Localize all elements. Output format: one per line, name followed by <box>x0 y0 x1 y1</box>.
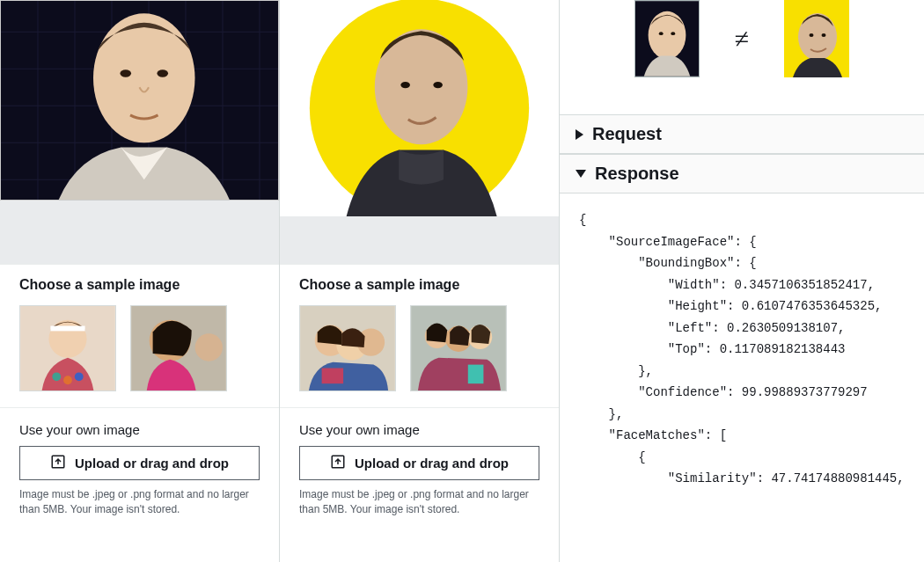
source-sample-heading: Choose a sample image <box>19 277 260 293</box>
source-gray-band <box>0 201 279 264</box>
source-image-preview <box>0 0 279 201</box>
compare-row: ≠ <box>560 0 924 93</box>
source-help-text: Image must be .jpeg or .png format and n… <box>19 487 260 517</box>
source-sample-thumbs <box>19 305 260 391</box>
compare-target-thumb <box>784 0 849 77</box>
target-image-preview <box>280 0 559 216</box>
target-own-section: Use your own image Upload or drag and dr… <box>280 407 559 528</box>
svg-point-37 <box>822 33 826 37</box>
target-help-text: Image must be .jpeg or .png format and n… <box>299 487 539 517</box>
target-sample-thumbs <box>299 305 539 391</box>
upload-icon <box>330 454 346 472</box>
request-panel-title: Request <box>592 124 662 144</box>
svg-point-12 <box>195 333 223 361</box>
caret-down-icon <box>576 170 586 178</box>
caret-right-icon <box>576 129 583 140</box>
target-gray-band <box>280 216 559 264</box>
svg-rect-6 <box>50 326 84 332</box>
not-equal-symbol: ≠ <box>735 24 749 54</box>
svg-point-8 <box>63 376 72 384</box>
svg-point-7 <box>52 372 61 381</box>
svg-point-35 <box>798 13 837 61</box>
svg-rect-28 <box>468 365 484 384</box>
image-columns: Choose a sample image Use your own image… <box>0 0 560 562</box>
svg-point-18 <box>433 82 443 88</box>
response-json-body[interactable]: { "SourceImageFace": { "BoundingBox": { … <box>560 193 924 562</box>
source-own-section: Use your own image Upload or drag and dr… <box>0 407 279 528</box>
source-own-heading: Use your own image <box>19 422 260 437</box>
upload-icon <box>50 454 66 472</box>
source-sample-2[interactable] <box>130 305 227 391</box>
svg-rect-23 <box>322 369 343 384</box>
compare-source-thumb <box>634 0 700 77</box>
svg-point-2 <box>120 69 131 77</box>
svg-point-9 <box>75 372 84 381</box>
source-sample-section: Choose a sample image <box>0 264 279 407</box>
source-upload-button[interactable]: Upload or drag and drop <box>19 446 260 480</box>
results-pane: ≠ Request Response { "SourceImageFace": … <box>560 0 924 562</box>
target-upload-button[interactable]: Upload or drag and drop <box>299 446 539 480</box>
svg-point-17 <box>400 82 410 88</box>
svg-point-1 <box>93 13 195 142</box>
response-panel-title: Response <box>595 164 679 184</box>
source-sample-1[interactable] <box>19 305 116 391</box>
target-sample-section: Choose a sample image <box>280 264 559 407</box>
target-sample-1[interactable] <box>299 305 396 391</box>
target-column: Choose a sample image Use your own image… <box>280 0 559 562</box>
source-column: Choose a sample image Use your own image… <box>0 0 280 562</box>
target-own-heading: Use your own image <box>299 422 539 437</box>
svg-point-33 <box>671 32 675 35</box>
source-upload-label: Upload or drag and drop <box>75 456 229 471</box>
target-sample-heading: Choose a sample image <box>299 277 539 293</box>
svg-point-3 <box>157 69 168 77</box>
svg-point-36 <box>810 33 814 37</box>
target-upload-label: Upload or drag and drop <box>355 456 509 471</box>
svg-point-32 <box>659 32 664 35</box>
response-panel-header[interactable]: Response <box>560 154 924 193</box>
svg-point-31 <box>648 11 686 59</box>
target-sample-2[interactable] <box>410 305 507 391</box>
request-panel-header[interactable]: Request <box>560 114 924 154</box>
